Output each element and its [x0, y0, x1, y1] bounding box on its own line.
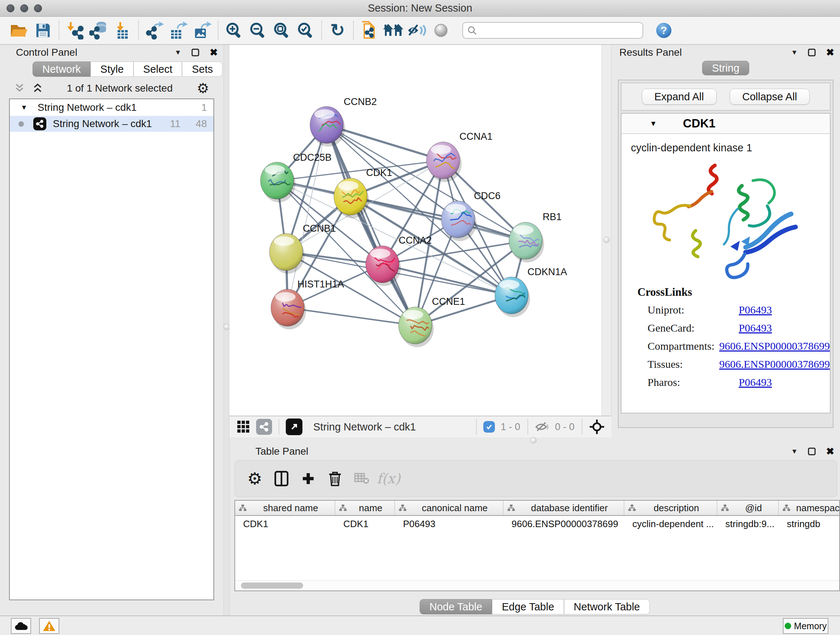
add-column-icon[interactable]: [295, 465, 322, 492]
tab-select[interactable]: Select: [134, 62, 182, 77]
memory-button[interactable]: Memory: [783, 618, 829, 634]
table-cell[interactable]: CDK1: [235, 518, 335, 530]
float-panel-icon[interactable]: [191, 49, 199, 57]
zoom-selected-button[interactable]: [294, 19, 317, 42]
table-cell[interactable]: stringdb:9...: [717, 518, 779, 530]
close-panel-icon[interactable]: ✖: [826, 47, 834, 58]
tab-edge-table[interactable]: Edge Table: [492, 599, 564, 614]
network-node-CCNB1[interactable]: CCNB1: [270, 223, 336, 274]
right-splitter-grip[interactable]: [603, 237, 609, 243]
table-horizontal-scrollbar[interactable]: [235, 580, 839, 591]
open-session-button[interactable]: [7, 19, 31, 42]
column-header-description[interactable]: description: [624, 501, 717, 515]
refresh-button[interactable]: ↻: [325, 19, 349, 42]
import-network-button[interactable]: [63, 19, 87, 42]
export-image-button[interactable]: [190, 19, 214, 42]
warnings-button[interactable]: [39, 618, 59, 634]
share-session-file-button[interactable]: [357, 19, 381, 42]
table-cell[interactable]: stringdb: [779, 518, 840, 530]
export-table-button[interactable]: [166, 19, 190, 42]
table-cell[interactable]: cyclin-dependent ...: [624, 518, 717, 530]
hide-glyphs-button[interactable]: [405, 19, 429, 42]
zoom-fit-button[interactable]: [270, 19, 294, 42]
panel-menu-caret-icon[interactable]: ▼: [175, 49, 182, 57]
float-panel-icon[interactable]: [808, 448, 816, 455]
network-node-CDC6[interactable]: CDC6: [441, 190, 501, 241]
network-node-RB1[interactable]: RB1: [509, 211, 562, 263]
tab-network-table[interactable]: Network Table: [564, 599, 650, 614]
fit-selected-crosshair-icon[interactable]: [589, 419, 605, 435]
export-network-button[interactable]: [142, 19, 166, 42]
help-button[interactable]: ?: [652, 19, 676, 42]
table-cell[interactable]: 9606.ENSP00000378699: [504, 518, 624, 530]
collapse-all-icon[interactable]: [14, 83, 25, 94]
network-collection-row[interactable]: ▼ String Network – cdk1 1: [10, 99, 213, 116]
grid-view-icon[interactable]: [237, 420, 250, 434]
crosslink-value-pharos[interactable]: P06493: [739, 376, 772, 388]
collapse-all-button[interactable]: Collapse All: [729, 89, 810, 105]
share-network-view-icon[interactable]: [256, 419, 272, 435]
column-header-canonical-name[interactable]: canonical name: [395, 501, 504, 515]
close-panel-icon[interactable]: ✖: [826, 446, 834, 457]
hidden-eye-icon[interactable]: [535, 421, 549, 432]
horizontal-splitter[interactable]: [229, 437, 840, 443]
tab-node-table[interactable]: Node Table: [420, 599, 492, 614]
table-row[interactable]: CDK1CDK1P064939606.ENSP00000378699cyclin…: [235, 516, 839, 532]
network-node-CCNA1[interactable]: CCNA1: [426, 131, 493, 182]
column-header-database-identifier[interactable]: database identifier: [504, 501, 624, 515]
network-node-HIST1H1A[interactable]: HIST1H1A: [271, 279, 344, 329]
search-input[interactable]: [480, 23, 643, 38]
import-network-from-database-button[interactable]: [87, 19, 111, 42]
crosslink-row: Compartments:9606.ENSP00000378699: [638, 340, 830, 352]
network-node-CDKN1A[interactable]: CDKN1A: [495, 266, 567, 317]
float-panel-icon[interactable]: [808, 49, 816, 57]
table-settings-gear-icon[interactable]: ⚙: [241, 465, 268, 492]
left-splitter[interactable]: [224, 45, 229, 616]
zoom-in-button[interactable]: [222, 19, 246, 42]
tab-style[interactable]: Style: [90, 62, 133, 77]
network-node-CCNB2[interactable]: CCNB2: [310, 96, 377, 147]
panel-menu-caret-icon[interactable]: ▼: [791, 49, 798, 57]
delete-column-icon[interactable]: [322, 465, 348, 492]
network-edge-CCNB2-CCNE1[interactable]: [327, 125, 415, 325]
column-header-namespace[interactable]: namespace: [779, 501, 840, 515]
network-graph[interactable]: CCNB2CCNA1CDC25BCDK1CDC6RB1CCNB1CCNA2CDK…: [229, 45, 602, 416]
tab-sets[interactable]: Sets: [182, 62, 223, 77]
right-splitter[interactable]: [602, 45, 611, 437]
zoom-out-button[interactable]: [246, 19, 270, 42]
scrollbar-thumb[interactable]: [241, 583, 303, 589]
results-entry-header[interactable]: ▼ CDK1: [622, 114, 830, 134]
horizontal-splitter-grip[interactable]: [531, 437, 537, 443]
selected-checkbox-icon[interactable]: [483, 421, 495, 432]
network-row-selected[interactable]: String Network – cdk1 11 48: [10, 116, 213, 132]
crosslink-value-genecard[interactable]: P06493: [739, 322, 772, 334]
tab-string[interactable]: String: [702, 61, 749, 75]
save-session-button[interactable]: [31, 19, 55, 42]
entry-collapse-icon[interactable]: ▼: [650, 119, 657, 128]
close-panel-icon[interactable]: ✖: [210, 47, 218, 58]
panel-menu-caret-icon[interactable]: ▼: [791, 448, 798, 455]
column-visibility-icon[interactable]: [268, 465, 295, 492]
expand-all-icon[interactable]: [33, 83, 43, 94]
table-cell[interactable]: P06493: [395, 518, 504, 530]
network-canvas[interactable]: CCNB2CCNA1CDC25BCDK1CDC6RB1CCNB1CCNA2CDK…: [229, 45, 602, 416]
tab-network[interactable]: Network: [33, 62, 90, 77]
column-header-name[interactable]: name: [335, 501, 395, 515]
crosslink-value-tissues[interactable]: 9606.ENSP00000378699: [719, 358, 830, 371]
crosslink-value-uniprot[interactable]: P06493: [739, 304, 772, 316]
network-node-CCNE1[interactable]: CCNE1: [399, 296, 465, 347]
table-cell[interactable]: CDK1: [335, 518, 395, 530]
column-header-id[interactable]: @id: [717, 501, 779, 515]
import-table-button[interactable]: [111, 19, 134, 42]
crosslink-value-compartments[interactable]: 9606.ENSP00000378699: [719, 340, 830, 352]
left-splitter-grip[interactable]: [224, 324, 230, 330]
home-networks-button[interactable]: [381, 19, 405, 42]
presentation-mode-button[interactable]: [429, 19, 453, 42]
cloud-status-button[interactable]: [11, 618, 31, 634]
open-external-view-icon[interactable]: [286, 418, 302, 435]
network-options-gear-icon[interactable]: ⚙: [197, 81, 209, 95]
collection-expand-icon[interactable]: ▼: [21, 103, 27, 111]
column-header-shared-name[interactable]: shared name: [235, 501, 335, 515]
expand-all-button[interactable]: Expand All: [642, 89, 717, 105]
network-edge-HIST1H1A-CCNE1[interactable]: [287, 308, 415, 325]
